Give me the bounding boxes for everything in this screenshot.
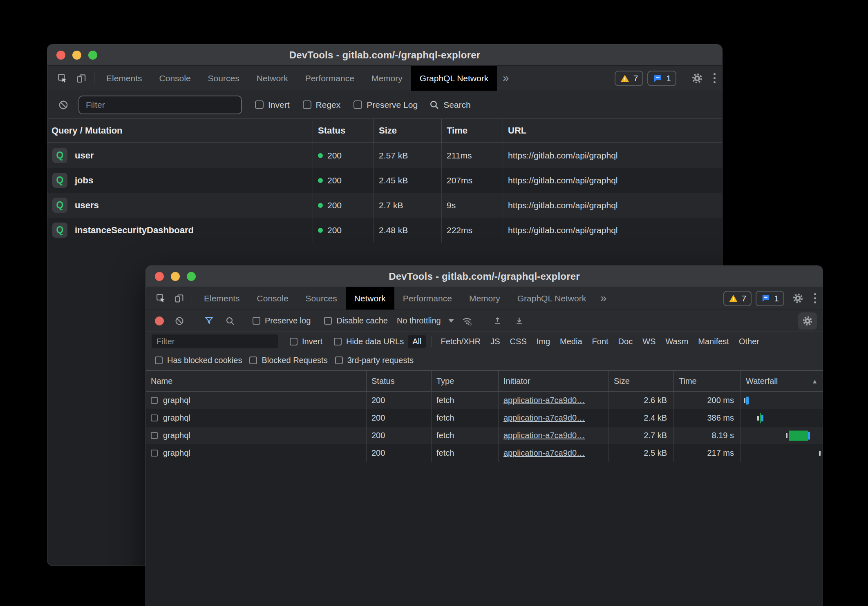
network-settings-gear-icon[interactable] <box>798 312 817 330</box>
filter-type-font[interactable]: Font <box>589 335 611 348</box>
zoom-window-button[interactable] <box>88 51 97 60</box>
filter-input[interactable] <box>78 96 242 114</box>
filter-funnel-icon[interactable] <box>200 316 218 325</box>
invert-checkbox[interactable] <box>290 338 298 345</box>
tab-sources[interactable]: Sources <box>297 287 346 310</box>
column-time[interactable]: Time <box>442 119 503 143</box>
initiator-link[interactable]: application-a7ca9d0… <box>503 413 585 423</box>
more-tabs-icon[interactable]: » <box>497 66 515 91</box>
hide-data-urls-checkbox[interactable] <box>334 338 342 345</box>
filter-type-ws[interactable]: WS <box>640 335 658 348</box>
issues-badge[interactable]: 1 <box>756 291 784 306</box>
tab-console[interactable]: Console <box>151 66 199 91</box>
tab-performance[interactable]: Performance <box>394 287 461 310</box>
import-har-icon[interactable] <box>488 316 507 326</box>
clear-icon[interactable] <box>54 100 73 110</box>
more-options-kebab-icon[interactable] <box>808 287 823 310</box>
table-row[interactable]: Qusers 200 2.7 kB 9s https://gitlab.com/… <box>47 193 722 218</box>
initiator-link[interactable]: application-a7ca9d0… <box>503 396 585 405</box>
tab-sources[interactable]: Sources <box>199 66 248 91</box>
filter-type-img[interactable]: Img <box>534 335 553 348</box>
column-size[interactable]: Size <box>609 371 674 391</box>
column-time[interactable]: Time <box>674 371 741 391</box>
preserve-log-checkbox[interactable] <box>353 100 362 109</box>
initiator-link[interactable]: application-a7ca9d0… <box>503 431 585 440</box>
inspect-element-icon[interactable] <box>53 66 72 91</box>
row-checkbox[interactable] <box>151 397 158 404</box>
column-name[interactable]: Name <box>146 371 367 391</box>
filter-type-media[interactable]: Media <box>557 335 585 348</box>
filter-type-fetch-xhr[interactable]: Fetch/XHR <box>438 335 483 348</box>
close-window-button[interactable] <box>155 272 164 281</box>
column-status[interactable]: Status <box>313 119 374 143</box>
tab-network[interactable]: Network <box>346 287 394 310</box>
search-control[interactable]: Search <box>429 100 471 110</box>
initiator-link[interactable]: application-a7ca9d0… <box>503 448 585 458</box>
export-har-icon[interactable] <box>510 316 528 326</box>
column-query-mutation[interactable]: Query / Mutation <box>47 119 313 143</box>
close-window-button[interactable] <box>56 51 65 60</box>
zoom-window-button[interactable] <box>187 272 196 281</box>
network-request-row[interactable]: graphql 200 fetch application-a7ca9d0… 2… <box>146 444 823 462</box>
third-party-requests-checkbox[interactable] <box>335 356 343 364</box>
inspect-element-icon[interactable] <box>152 287 170 310</box>
minimize-window-button[interactable] <box>171 272 180 281</box>
table-row[interactable]: QinstanceSecurityDashboard 200 2.48 kB 2… <box>47 218 722 243</box>
issues-badge[interactable]: 1 <box>647 71 676 86</box>
titlebar[interactable]: DevTools - gitlab.com/-/graphql-explorer <box>47 45 722 66</box>
disable-cache-checkbox[interactable] <box>324 317 332 325</box>
device-toolbar-icon[interactable] <box>72 66 91 91</box>
warnings-badge[interactable]: 7 <box>723 291 752 306</box>
tab-performance[interactable]: Performance <box>297 66 363 91</box>
tab-elements[interactable]: Elements <box>98 66 151 91</box>
invert-checkbox[interactable] <box>255 100 264 109</box>
throttling-dropdown[interactable]: No throttling <box>397 316 454 325</box>
warnings-badge[interactable]: 7 <box>615 71 644 86</box>
filter-type-css[interactable]: CSS <box>507 335 530 348</box>
titlebar[interactable]: DevTools - gitlab.com/-/graphql-explorer <box>146 266 823 287</box>
record-network-log-icon[interactable] <box>155 316 164 325</box>
blocked-requests-checkbox[interactable] <box>249 356 257 364</box>
table-row[interactable]: Quser 200 2.57 kB 211ms https://gitlab.c… <box>47 143 722 168</box>
more-options-kebab-icon[interactable] <box>707 66 722 91</box>
sort-ascending-icon[interactable]: ▲ <box>812 378 818 385</box>
tab-console[interactable]: Console <box>248 287 297 310</box>
column-waterfall[interactable]: Waterfall ▲ <box>741 371 823 391</box>
filter-type-manifest[interactable]: Manifest <box>695 335 732 348</box>
settings-gear-icon[interactable] <box>788 287 808 310</box>
network-conditions-icon[interactable] <box>457 316 477 326</box>
column-size[interactable]: Size <box>374 119 442 143</box>
column-status[interactable]: Status <box>367 371 432 391</box>
filter-type-wasm[interactable]: Wasm <box>662 335 691 348</box>
network-request-row[interactable]: graphql 200 fetch application-a7ca9d0… 2… <box>146 409 823 427</box>
more-tabs-icon[interactable]: » <box>595 287 612 310</box>
filter-type-doc[interactable]: Doc <box>615 335 636 348</box>
filter-type-js[interactable]: JS <box>488 335 503 348</box>
network-request-row[interactable]: graphql 200 fetch application-a7ca9d0… 2… <box>146 427 823 444</box>
network-request-row[interactable]: graphql 200 fetch application-a7ca9d0… 2… <box>146 392 823 409</box>
has-blocked-cookies-checkbox[interactable] <box>155 356 163 364</box>
row-checkbox[interactable] <box>151 432 158 439</box>
tab-memory[interactable]: Memory <box>461 287 509 310</box>
tab-memory[interactable]: Memory <box>363 66 411 91</box>
tab-elements[interactable]: Elements <box>195 287 248 310</box>
tab-graphql-network[interactable]: GraphQL Network <box>509 287 595 310</box>
network-filter-input[interactable] <box>152 334 278 348</box>
filter-type-all[interactable]: All <box>408 335 426 348</box>
column-initiator[interactable]: Initiator <box>499 371 609 391</box>
tab-graphql-network[interactable]: GraphQL Network <box>411 66 497 91</box>
row-checkbox[interactable] <box>151 414 158 421</box>
filter-type-other[interactable]: Other <box>736 335 762 348</box>
column-url[interactable]: URL <box>503 119 723 143</box>
column-type[interactable]: Type <box>432 371 499 391</box>
table-row[interactable]: Qjobs 200 2.45 kB 207ms https://gitlab.c… <box>47 168 722 193</box>
settings-gear-icon[interactable] <box>687 66 707 91</box>
row-checkbox[interactable] <box>151 450 158 457</box>
tab-network[interactable]: Network <box>248 66 297 91</box>
clear-icon[interactable] <box>170 316 188 326</box>
device-toolbar-icon[interactable] <box>170 287 188 310</box>
search-icon[interactable] <box>221 316 239 326</box>
minimize-window-button[interactable] <box>72 51 81 60</box>
preserve-log-checkbox[interactable] <box>253 317 260 325</box>
regex-checkbox[interactable] <box>303 100 311 109</box>
